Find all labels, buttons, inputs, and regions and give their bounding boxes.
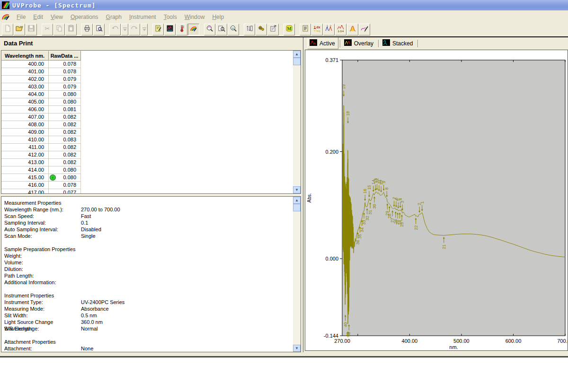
scroll-up-button[interactable]: ▲ bbox=[293, 197, 301, 204]
properties-button[interactable] bbox=[267, 24, 279, 35]
svg-text:log: log bbox=[317, 29, 320, 32]
property-label: Slit Width: bbox=[4, 312, 81, 319]
print-preview-icon bbox=[95, 25, 103, 34]
property-row: Volume: bbox=[4, 259, 290, 266]
blank-line bbox=[4, 332, 290, 339]
tab-overlay[interactable]: Overlay bbox=[342, 37, 377, 49]
table-row[interactable]: 400.000.078 bbox=[1, 61, 81, 68]
table-row[interactable]: 406.000.081 bbox=[1, 106, 81, 113]
svg-text:M: M bbox=[287, 26, 292, 31]
menu-window[interactable]: Window bbox=[181, 12, 209, 22]
spectrum-mode-icon bbox=[190, 25, 197, 34]
spectrum-mode-button[interactable] bbox=[188, 24, 199, 35]
table-row[interactable]: 401.000.078 bbox=[1, 68, 81, 76]
table-row[interactable]: 410.000.083 bbox=[1, 136, 81, 144]
report-button[interactable] bbox=[300, 24, 311, 35]
column-header[interactable]: RawData ... bbox=[49, 51, 81, 61]
table-row[interactable]: 405.000.080 bbox=[1, 98, 81, 106]
scroll-up-button[interactable]: ▲ bbox=[293, 51, 301, 58]
annotate-button[interactable] bbox=[359, 24, 370, 35]
rawdata-cell: 0.078 bbox=[49, 182, 81, 189]
table-scrollbar[interactable]: ▲ ▼ bbox=[293, 51, 301, 193]
tab-stacked[interactable]: Stacked bbox=[380, 37, 416, 49]
print-button[interactable] bbox=[81, 24, 93, 35]
rawdata-cell: 0.080 bbox=[49, 98, 81, 106]
data-print-pane: Data Print Wavelength nm.RawData ...400.… bbox=[0, 37, 303, 352]
svg-text:28: 28 bbox=[387, 214, 392, 218]
peak-pick-button[interactable]: 12 bbox=[323, 24, 335, 35]
tab-separator bbox=[417, 40, 418, 47]
zoom-tools-button[interactable] bbox=[204, 24, 215, 35]
menu-help[interactable]: Help bbox=[208, 12, 228, 22]
rawdata-cell: 0.080↑ bbox=[49, 174, 81, 182]
menu-view[interactable]: View bbox=[47, 12, 67, 22]
menubar: FileEditViewOperationsGraphInstrumentToo… bbox=[0, 10, 568, 23]
spectrum-child-icon[interactable] bbox=[1, 12, 10, 21]
main-area: Data Print Wavelength nm.RawData ...400.… bbox=[0, 37, 568, 352]
options-button[interactable] bbox=[256, 24, 267, 35]
scroll-down-button[interactable]: ▼ bbox=[293, 345, 301, 352]
property-label: Additional Information: bbox=[4, 279, 81, 286]
property-label: Dilution: bbox=[4, 266, 81, 272]
menu-graph[interactable]: Graph bbox=[102, 12, 125, 22]
table-row[interactable]: 416.000.078 bbox=[1, 182, 81, 189]
column-header[interactable]: Wavelength nm. bbox=[1, 51, 49, 61]
uv-connect-button[interactable] bbox=[164, 24, 176, 35]
table-row[interactable]: 407.000.082 bbox=[1, 113, 81, 121]
table-row[interactable]: 404.000.080 bbox=[1, 91, 81, 98]
open-file-button[interactable] bbox=[14, 24, 25, 35]
titlebar[interactable]: UVProbe - [Spectrum] bbox=[0, 0, 568, 10]
property-value: 270.00 to 700.00 bbox=[81, 206, 120, 213]
scroll-down-button[interactable]: ▼ bbox=[293, 186, 301, 193]
area-calc-icon: 1-3.4 bbox=[337, 25, 345, 34]
table-row[interactable]: 411.000.082 bbox=[1, 144, 81, 151]
table-row[interactable]: 402.000.079 bbox=[1, 76, 81, 83]
instrument-monitor-button[interactable] bbox=[176, 24, 187, 35]
scroll-thumb[interactable] bbox=[293, 204, 301, 211]
table-row[interactable]: 417.000.077 bbox=[1, 189, 81, 194]
property-value: 0.1 bbox=[81, 219, 88, 226]
rawdata-cell: 0.083 bbox=[49, 136, 81, 144]
table-row[interactable]: 408.000.082 bbox=[1, 121, 81, 129]
table-row[interactable]: 415.000.080↑ bbox=[1, 174, 81, 182]
tab-active[interactable]: Active bbox=[307, 37, 338, 49]
properties-scrollbar[interactable]: ▲ ▼ bbox=[293, 197, 301, 352]
print-preview-button[interactable] bbox=[93, 24, 105, 35]
customize-button[interactable] bbox=[244, 24, 255, 35]
zoom-marker-button[interactable]: M bbox=[228, 24, 239, 35]
pane-title: Data Print bbox=[4, 40, 33, 47]
property-value: 0.5 nm bbox=[81, 312, 97, 319]
table-row[interactable]: 403.000.079 bbox=[1, 83, 81, 91]
menu-operations[interactable]: Operations bbox=[67, 12, 102, 22]
scroll-thumb[interactable] bbox=[293, 58, 301, 65]
table-row[interactable]: 414.000.080 bbox=[1, 166, 81, 174]
rawdata-cell: 0.082 bbox=[49, 113, 81, 121]
wavelength-cell: 408.00 bbox=[1, 121, 49, 129]
macro-button[interactable]: M bbox=[284, 24, 295, 35]
area-calc-button[interactable]: 1-3.4 bbox=[335, 24, 346, 35]
zoom-area-icon bbox=[218, 25, 225, 34]
uvprobe-window: UVProbe - [Spectrum] FileEditViewOperati… bbox=[0, 0, 568, 356]
table-row[interactable]: 409.000.082 bbox=[1, 129, 81, 136]
table-row[interactable]: 412.000.082 bbox=[1, 151, 81, 159]
bottom-strip bbox=[0, 352, 568, 357]
property-row: Instrument Type:UV-2400PC Series bbox=[4, 299, 290, 305]
table-row[interactable]: 413.000.082 bbox=[1, 159, 81, 166]
property-row: Scan Mode:Single bbox=[4, 233, 290, 239]
menu-instrument[interactable]: Instrument bbox=[125, 12, 160, 22]
property-value: Fast bbox=[81, 213, 91, 219]
peak-fit-button[interactable] bbox=[347, 24, 358, 35]
property-row: Measuring Mode:Absorbance bbox=[4, 305, 290, 312]
spectrum-chart[interactable]: 0.3710.2000.000-0.144270.00400.00500.006… bbox=[305, 50, 568, 351]
property-section-title: Attachment Properties bbox=[4, 339, 290, 345]
data-transform-button[interactable]: 1Ydxlog bbox=[311, 24, 323, 35]
menu-edit[interactable]: Edit bbox=[29, 12, 47, 22]
zoom-area-button[interactable] bbox=[216, 24, 227, 35]
menu-file[interactable]: File bbox=[13, 12, 29, 22]
svg-text:dx: dx bbox=[317, 26, 320, 29]
audit-log-button[interactable] bbox=[152, 24, 164, 35]
cursor-position-marker: ↑ bbox=[50, 174, 56, 181]
menu-tools[interactable]: Tools bbox=[160, 12, 181, 22]
rawdata-cell: 0.078 bbox=[49, 68, 81, 76]
y-axis-title: Abs. bbox=[307, 193, 312, 202]
